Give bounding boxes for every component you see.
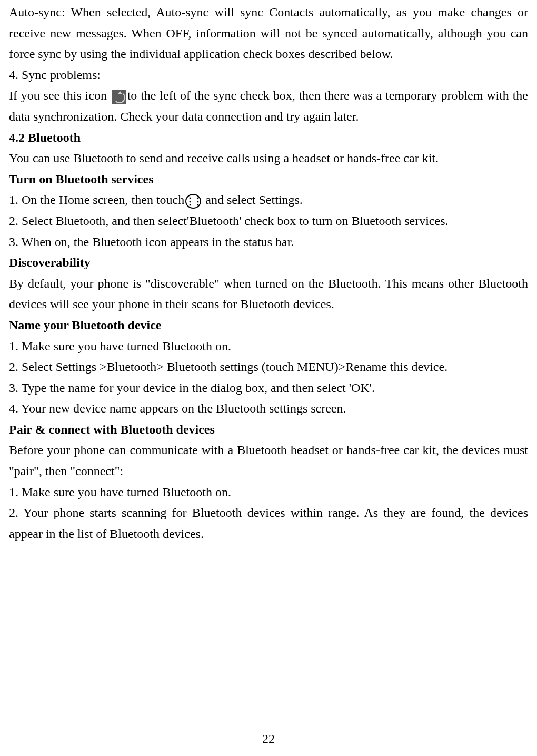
- subheading-discoverability: Discoverability: [9, 252, 528, 273]
- bluetooth-intro-text: You can use Bluetooth to send and receiv…: [9, 148, 528, 169]
- text-after-apps-icon: and select Settings.: [202, 193, 303, 207]
- sync-problems-heading: 4. Sync problems:: [9, 65, 528, 86]
- step-3-status-bar: 3. When on, the Bluetooth icon appears i…: [9, 232, 528, 253]
- subheading-name-device: Name your Bluetooth device: [9, 315, 528, 336]
- name-step-3: 3. Type the name for your device in the …: [9, 378, 528, 399]
- text-before-sync-icon: If you see this icon: [9, 89, 111, 102]
- discoverability-text: By default, your phone is "discoverable"…: [9, 273, 528, 315]
- pair-step-2: 2. Your phone starts scanning for Blueto…: [9, 503, 528, 544]
- sync-error-icon: [112, 90, 126, 104]
- body-text-autosync: Auto-sync: When selected, Auto-sync will…: [9, 2, 528, 65]
- section-heading-bluetooth: 4.2 Bluetooth: [9, 127, 528, 149]
- subheading-turn-on: Turn on Bluetooth services: [9, 169, 528, 190]
- apps-grid-icon: [185, 194, 201, 209]
- subheading-pair-connect: Pair & connect with Bluetooth devices: [9, 419, 528, 440]
- name-step-2: 2. Select Settings >Bluetooth> Bluetooth…: [9, 357, 528, 378]
- sync-problems-text: If you see this icon to the left of the …: [9, 85, 528, 127]
- page-number: 22: [0, 729, 537, 750]
- pair-step-1: 1. Make sure you have turned Bluetooth o…: [9, 482, 528, 503]
- name-step-4: 4. Your new device name appears on the B…: [9, 398, 528, 419]
- step-1-home-screen: 1. On the Home screen, then touch and se…: [9, 190, 528, 211]
- pair-intro-text: Before your phone can communicate with a…: [9, 440, 528, 482]
- step-2-select-bluetooth: 2. Select Bluetooth, and then select'Blu…: [9, 211, 528, 232]
- name-step-1: 1. Make sure you have turned Bluetooth o…: [9, 336, 528, 357]
- text-before-apps-icon: 1. On the Home screen, then touch: [9, 193, 184, 207]
